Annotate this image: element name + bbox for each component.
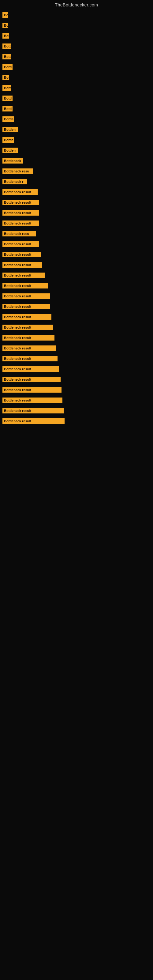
list-item: Bottleneck result [0, 219, 153, 228]
list-item: Bottleneck result [0, 385, 153, 395]
bottleneck-label: Bottlen [2, 148, 18, 153]
bottleneck-label: Bottleneck result [2, 200, 39, 205]
bottleneck-label: Bo [2, 12, 8, 18]
bottleneck-label: Bottlen [2, 127, 18, 132]
list-item: Bottle [0, 135, 153, 145]
list-item: Bottleneck result [0, 198, 153, 207]
list-item: Bottlen [0, 146, 153, 155]
list-item: Bottleneck result [0, 333, 153, 342]
list-item: Bottlen [0, 125, 153, 134]
list-item: Bottleneck result [0, 417, 153, 426]
list-item: Bottleneck result [0, 291, 153, 301]
bottleneck-label: Bottleneck result [2, 325, 53, 330]
bottleneck-label: Bottleneck result [2, 408, 64, 414]
bottleneck-label: Bottleneck r [2, 179, 27, 185]
bottleneck-label: Bottleneck result [2, 262, 42, 268]
list-item: Bottleneck result [0, 323, 153, 332]
bottleneck-label: Bottl [2, 106, 13, 111]
list-item: Bottl [0, 104, 153, 113]
list-item: Bottleneck result [0, 364, 153, 374]
bottleneck-label: Bot [2, 33, 9, 38]
bottleneck-label: Bottleneck result [2, 398, 62, 403]
list-item: Bottleneck result [0, 312, 153, 321]
list-item: Bottleneck result [0, 240, 153, 249]
bottleneck-label: Bottleneck result [2, 314, 51, 320]
list-item: Bottle [0, 115, 153, 124]
list-item: Bottl [0, 62, 153, 72]
list-item: Bottleneck result [0, 344, 153, 353]
bottleneck-label: Bottleneck result [2, 356, 57, 361]
rows-container: BoBoBotBottBottBottlBotBottBottlBottlBot… [0, 9, 153, 428]
list-item: Bott [0, 83, 153, 92]
list-item: Bottleneck resu [0, 229, 153, 238]
bottleneck-label: Bottleneck result [2, 283, 48, 288]
list-item: Bo [0, 21, 153, 30]
list-item: Bottleneck result [0, 188, 153, 197]
bottleneck-label: Bottleneck result [2, 272, 45, 278]
bottleneck-label: Bottleneck result [2, 304, 50, 309]
list-item: Bottleneck result [0, 406, 153, 415]
list-item: Bott [0, 41, 153, 51]
bottleneck-label: Bottle [2, 137, 14, 143]
site-title: TheBottlenecker.com [0, 0, 153, 9]
bottleneck-label: Bottleneck [2, 158, 23, 164]
list-item: Bott [0, 52, 153, 61]
bottleneck-label: Bottleneck result [2, 293, 50, 299]
bottleneck-label: Bottleneck result [2, 366, 59, 372]
list-item: Bot [0, 31, 153, 40]
bottleneck-label: Bottleneck result [2, 252, 41, 257]
bottleneck-label: Bottleneck result [2, 377, 61, 382]
list-item: Bottleneck result [0, 250, 153, 259]
bottleneck-label: Bottleneck result [2, 221, 39, 226]
bottleneck-label: Bottleneck resu [2, 231, 36, 236]
bottleneck-label: Bottleneck result [2, 387, 62, 393]
bottleneck-label: Bot [2, 75, 9, 80]
list-item: Bottleneck resu [0, 167, 153, 176]
list-item: Bottl [0, 94, 153, 103]
list-item: Bo [0, 10, 153, 20]
bottleneck-label: Bottleneck result [2, 241, 39, 247]
bottleneck-label: Bo [2, 23, 8, 28]
list-item: Bottleneck result [0, 396, 153, 405]
list-item: Bottleneck result [0, 208, 153, 218]
list-item: Bottleneck result [0, 271, 153, 280]
list-item: Bot [0, 73, 153, 82]
bottleneck-label: Bott [2, 85, 11, 91]
bottleneck-label: Bottleneck result [2, 189, 38, 195]
list-item: Bottleneck [0, 156, 153, 165]
list-item: Bottleneck result [0, 302, 153, 311]
bottleneck-label: Bott [2, 54, 11, 59]
bottleneck-label: Bottleneck result [2, 335, 54, 340]
bottleneck-label: Bottle [2, 116, 14, 122]
bottleneck-label: Bottleneck result [2, 345, 56, 351]
list-item: Bottleneck result [0, 281, 153, 290]
list-item: Bottleneck result [0, 375, 153, 384]
bottleneck-label: Bottleneck result [2, 418, 65, 424]
bottleneck-label: Bottl [2, 95, 13, 101]
bottleneck-label: Bottleneck result [2, 210, 39, 216]
list-item: Bottleneck result [0, 260, 153, 269]
list-item: Bottleneck result [0, 354, 153, 363]
bottleneck-label: Bottl [2, 64, 13, 70]
bottleneck-label: Bottleneck resu [2, 169, 33, 174]
bottleneck-label: Bott [2, 43, 11, 49]
list-item: Bottleneck r [0, 177, 153, 186]
